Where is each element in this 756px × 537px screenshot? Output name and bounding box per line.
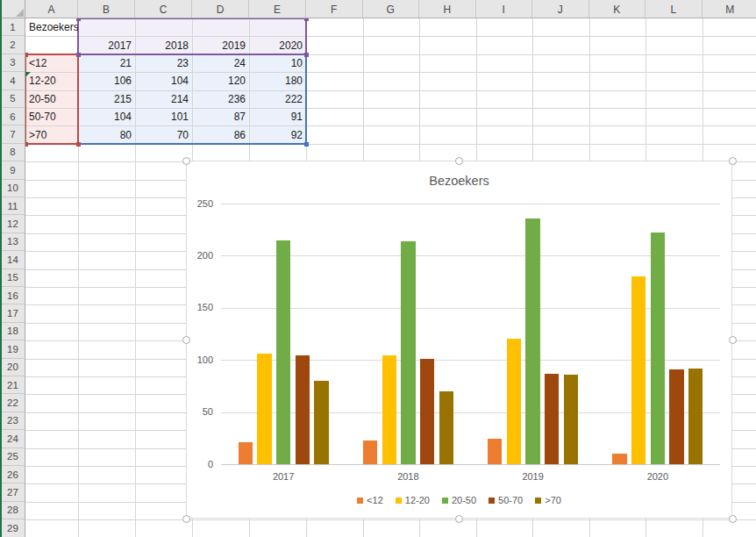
cell-value[interactable]: 180 [249, 72, 306, 90]
bar-<12-2020[interactable] [612, 454, 626, 464]
cell-value[interactable]: 86 [192, 125, 249, 143]
row-header-14[interactable]: 14 [0, 251, 25, 268]
cell-value[interactable]: 106 [78, 72, 135, 90]
chart-selection-handle[interactable] [729, 336, 737, 344]
row-header-18[interactable]: 18 [0, 323, 25, 340]
row-header-9[interactable]: 9 [0, 161, 25, 179]
row-header-23[interactable]: 23 [0, 412, 25, 430]
row-header-11[interactable]: 11 [0, 197, 25, 215]
row-header-20[interactable]: 20 [0, 359, 25, 376]
chart-selection-handle[interactable] [729, 515, 737, 523]
chart-selection-handle[interactable] [182, 157, 190, 165]
bar-12-20-2020[interactable] [631, 276, 645, 464]
column-header-g[interactable]: G [363, 0, 420, 18]
row-header-12[interactable]: 12 [0, 215, 25, 233]
row-header-10[interactable]: 10 [0, 180, 25, 197]
chart-selection-handle[interactable] [455, 157, 463, 165]
row-header-15[interactable]: 15 [0, 269, 25, 287]
chart-legend[interactable]: <1212-2020-5050-70>70 [187, 495, 731, 505]
row-header-21[interactable]: 21 [0, 376, 25, 394]
column-header-h[interactable]: H [419, 0, 476, 18]
column-header-k[interactable]: K [589, 0, 646, 18]
row-header-22[interactable]: 22 [0, 394, 25, 412]
column-header-a[interactable]: A [25, 0, 78, 18]
cell-value[interactable]: 214 [135, 90, 192, 108]
cell-value[interactable]: 104 [78, 108, 135, 125]
cell-value[interactable]: 87 [192, 108, 249, 125]
column-header-i[interactable]: I [476, 0, 533, 18]
chart-selection-handle[interactable] [182, 515, 190, 523]
row-header-2[interactable]: 2 [0, 36, 25, 54]
bar-12-20-2018[interactable] [382, 355, 396, 464]
bar-50-70-2020[interactable] [669, 369, 683, 464]
bar-20-50-2019[interactable] [525, 218, 539, 464]
select-all-corner[interactable] [0, 0, 25, 18]
cell-value[interactable]: 10 [249, 54, 306, 72]
cell-row-label[interactable]: 20-50 [25, 90, 78, 108]
chart-selection-handle[interactable] [729, 157, 737, 165]
cell-value[interactable]: 215 [78, 90, 135, 108]
cell-value[interactable]: 21 [78, 54, 135, 72]
row-header-16[interactable]: 16 [0, 287, 25, 304]
legend-item[interactable]: 20-50 [442, 495, 476, 505]
bar-<12-2018[interactable] [363, 440, 377, 464]
cell-value[interactable]: 24 [192, 54, 249, 72]
bar-20-50-2017[interactable] [276, 240, 290, 464]
row-header-19[interactable]: 19 [0, 340, 25, 358]
legend-item[interactable]: >70 [535, 495, 561, 505]
row-header-29[interactable]: 29 [0, 519, 25, 537]
row-header-28[interactable]: 28 [0, 502, 25, 519]
row-header-6[interactable]: 6 [0, 108, 25, 125]
cell-value[interactable]: 91 [249, 108, 306, 125]
column-header-m[interactable]: M [703, 0, 756, 18]
chart-selection-handle[interactable] [455, 515, 463, 523]
bar-<12-2017[interactable] [239, 442, 253, 464]
row-header-1[interactable]: 1 [0, 18, 25, 36]
bar-<12-2019[interactable] [488, 439, 502, 464]
cell-value[interactable]: 80 [78, 125, 135, 143]
cell-year-2017[interactable]: 2017 [78, 36, 135, 54]
cell-value[interactable]: 70 [135, 125, 192, 143]
row-header-3[interactable]: 3 [0, 54, 25, 72]
chart-selection-handle[interactable] [182, 336, 190, 344]
cell-value[interactable]: 120 [192, 72, 249, 90]
column-header-b[interactable]: B [78, 0, 135, 18]
bar-20-50-2018[interactable] [401, 241, 415, 464]
bar-12-20-2017[interactable] [257, 354, 271, 464]
cell-row-label[interactable]: 50-70 [25, 108, 78, 125]
row-header-17[interactable]: 17 [0, 304, 25, 322]
row-header-27[interactable]: 27 [0, 483, 25, 501]
row-header-25[interactable]: 25 [0, 448, 25, 466]
row-header-5[interactable]: 5 [0, 90, 25, 108]
column-header-d[interactable]: D [192, 0, 249, 18]
row-header-26[interactable]: 26 [0, 466, 25, 483]
cell-value[interactable]: 222 [249, 90, 306, 108]
bar-50-70-2019[interactable] [545, 374, 559, 464]
cell-value[interactable]: 101 [135, 108, 192, 125]
bar-20-50-2020[interactable] [651, 233, 665, 464]
row-header-8[interactable]: 8 [0, 144, 25, 161]
column-header-l[interactable]: L [645, 0, 703, 18]
cell-row-label[interactable]: >70 [25, 125, 78, 143]
legend-item[interactable]: <12 [357, 495, 383, 505]
column-header-j[interactable]: J [532, 0, 589, 18]
row-header-4[interactable]: 4 [0, 72, 25, 90]
cell-value[interactable]: 23 [135, 54, 192, 72]
bar->70-2019[interactable] [564, 375, 578, 464]
bar->70-2020[interactable] [688, 369, 703, 464]
legend-item[interactable]: 50-70 [489, 495, 523, 505]
cell-row-label[interactable]: <12 [25, 54, 78, 72]
column-header-f[interactable]: F [306, 0, 363, 18]
chart-area[interactable]: Bezoekers 050100150200250201720182019202… [186, 161, 732, 519]
cell-year-2018[interactable]: 2018 [135, 36, 192, 54]
chart-title[interactable]: Bezoekers [187, 174, 731, 188]
bar->70-2017[interactable] [314, 381, 328, 464]
row-header-7[interactable]: 7 [0, 125, 25, 143]
cell-value[interactable]: 104 [135, 72, 192, 90]
column-header-c[interactable]: C [135, 0, 192, 18]
legend-item[interactable]: 12-20 [396, 495, 430, 505]
cell-value[interactable]: 236 [192, 90, 249, 108]
cell-year-2019[interactable]: 2019 [192, 36, 249, 54]
row-header-13[interactable]: 13 [0, 233, 25, 251]
cell-row-label[interactable]: 12-20 [25, 72, 78, 90]
